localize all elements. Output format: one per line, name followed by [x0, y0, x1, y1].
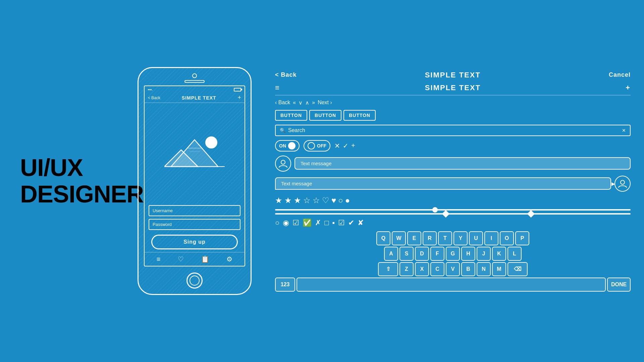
star-empty-2[interactable]: ☆	[313, 196, 320, 205]
checkbox-check-2[interactable]: ✅	[303, 219, 312, 227]
menu-icon[interactable]: ≡	[157, 255, 161, 263]
home-button[interactable]	[186, 273, 203, 289]
main-title: UI/UX DESIGNER	[20, 155, 107, 207]
heart-filled-icon[interactable]: ♥	[331, 196, 336, 205]
phone-plus-button[interactable]: +	[237, 94, 241, 101]
key-q[interactable]: Q	[376, 231, 390, 245]
key-o[interactable]: O	[500, 231, 514, 245]
key-shift[interactable]: ⇧	[378, 262, 398, 276]
message-bubble-outgoing[interactable]: Text message	[275, 177, 611, 190]
star-filled-1[interactable]: ★	[275, 196, 282, 205]
password-field[interactable]: Password	[149, 219, 240, 230]
bubble-filled-icon[interactable]: ●	[345, 196, 350, 205]
key-w[interactable]: W	[392, 231, 406, 245]
key-z[interactable]: Z	[399, 262, 414, 276]
search-input[interactable]: Search	[288, 127, 619, 133]
key-a[interactable]: A	[384, 247, 398, 261]
key-l[interactable]: L	[507, 247, 522, 261]
checkbox-filled-check-2[interactable]: ✔	[348, 219, 354, 227]
key-k[interactable]: K	[492, 247, 506, 261]
ctrl-down-button[interactable]: ∨	[299, 100, 303, 106]
star-filled-3[interactable]: ★	[294, 196, 301, 205]
slider-1-thumb[interactable]	[432, 207, 438, 213]
slider-2-thumb-left[interactable]	[442, 210, 449, 218]
key-m[interactable]: M	[492, 262, 506, 276]
panel-checkboxes-row: ○ ◉ ☑ ✅ ✗ □ ▪ ☑ ✔ ✘	[275, 219, 631, 227]
key-b[interactable]: B	[461, 262, 475, 276]
button-3[interactable]: BUTTON	[343, 110, 376, 121]
toggle-off[interactable]: OFF	[304, 140, 330, 152]
keyboard-row-3: ⇧ Z X C V B N M ⌫	[275, 262, 631, 276]
key-done[interactable]: DONE	[607, 278, 631, 292]
ctrl-forward-button[interactable]: »	[312, 100, 315, 106]
panel-add-button[interactable]: +	[626, 83, 631, 92]
button-2[interactable]: BUTTON	[309, 110, 341, 121]
radio-empty[interactable]: ○	[275, 219, 279, 227]
checkbox-x[interactable]: ✗	[315, 219, 321, 227]
panel-cancel-button[interactable]: Cancel	[609, 71, 631, 78]
key-x[interactable]: X	[415, 262, 429, 276]
bubble-empty-icon[interactable]: ○	[338, 196, 343, 205]
toggle-on[interactable]: ON	[275, 140, 300, 152]
phone-image-area	[145, 103, 245, 203]
button-1[interactable]: BUTTON	[275, 110, 307, 121]
signup-button[interactable]: Sing up	[151, 235, 238, 249]
key-j[interactable]: J	[477, 247, 491, 261]
checkbox-empty-1[interactable]: □	[324, 219, 329, 227]
battery-icon	[234, 88, 241, 92]
notes-icon[interactable]: 📋	[201, 255, 209, 263]
toggle-off-circle	[308, 142, 315, 149]
key-c[interactable]: C	[430, 262, 444, 276]
checkbox-filled-check[interactable]: ☑	[338, 219, 345, 227]
star-empty-1[interactable]: ☆	[303, 196, 311, 205]
star-filled-2[interactable]: ★	[284, 196, 292, 205]
key-g[interactable]: G	[446, 247, 460, 261]
heart-icon[interactable]: ♡	[178, 255, 184, 263]
panel-back-button[interactable]: < Back	[275, 71, 297, 78]
ctrl-back-button[interactable]: ‹ Back	[275, 100, 290, 106]
checkbox-empty-2[interactable]: ▪	[332, 219, 335, 227]
key-v[interactable]: V	[446, 262, 460, 276]
ctrl-next-button[interactable]: Next ›	[318, 100, 332, 106]
heart-empty-icon[interactable]: ♡	[322, 196, 329, 205]
ctrl-up-button[interactable]: ∧	[305, 100, 309, 106]
settings-icon[interactable]: ⚙	[226, 255, 232, 263]
key-space[interactable]	[297, 278, 606, 292]
hamburger-icon[interactable]: ≡	[275, 83, 280, 92]
radio-filled[interactable]: ◉	[283, 219, 289, 227]
message-bubble-incoming[interactable]: Text message	[294, 157, 631, 170]
toggle-plus-icon[interactable]: +	[351, 142, 355, 149]
key-i[interactable]: I	[484, 231, 498, 245]
slider-2-track[interactable]	[275, 213, 631, 215]
key-f[interactable]: F	[430, 247, 444, 261]
checkbox-check-1[interactable]: ☑	[292, 219, 299, 227]
message-text-left: Text message	[301, 161, 332, 166]
key-t[interactable]: T	[438, 231, 452, 245]
username-field[interactable]: Username	[149, 205, 240, 216]
keyboard-row-1: Q W E R T Y U I O P	[275, 231, 631, 245]
checkbox-filled-x[interactable]: ✘	[358, 219, 364, 227]
key-backspace[interactable]: ⌫	[507, 262, 528, 276]
key-h[interactable]: H	[461, 247, 475, 261]
key-p[interactable]: P	[515, 231, 529, 245]
key-123[interactable]: 123	[275, 278, 295, 292]
key-u[interactable]: U	[469, 231, 483, 245]
key-y[interactable]: Y	[453, 231, 468, 245]
key-n[interactable]: N	[477, 262, 491, 276]
search-clear-button[interactable]: ✕	[622, 128, 626, 133]
toggle-x-icon[interactable]: ✕	[334, 142, 340, 150]
phone-screen: ▪▪▪. < Back SIMPLE TEXT +	[144, 85, 245, 266]
panel-secondary-title: SIMPLE TEXT	[283, 83, 622, 92]
key-d[interactable]: D	[415, 247, 429, 261]
ctrl-rewind-button[interactable]: «	[293, 100, 296, 106]
slider-2-thumb-right[interactable]	[527, 210, 535, 218]
slider-1-track[interactable]	[275, 209, 631, 210]
toggle-check-icon[interactable]: ✓	[343, 142, 348, 150]
user-avatar-right-icon	[618, 179, 627, 188]
key-e[interactable]: E	[407, 231, 421, 245]
key-r[interactable]: R	[423, 231, 437, 245]
panel-search-bar[interactable]: 🔍 Search ✕	[275, 125, 631, 136]
phone-back-button[interactable]: < Back	[148, 96, 160, 100]
key-s[interactable]: S	[399, 247, 414, 261]
button-3-label: BUTTON	[349, 113, 370, 118]
